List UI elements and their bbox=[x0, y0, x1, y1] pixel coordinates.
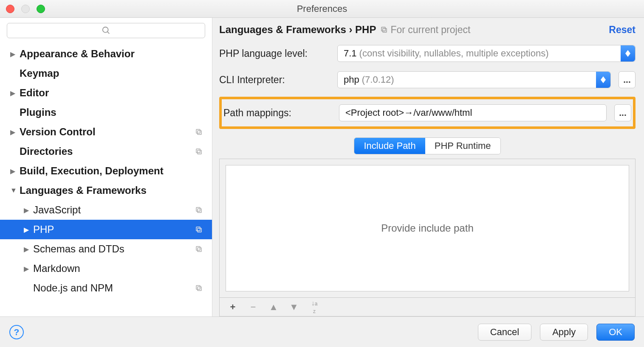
tree-item-languages-frameworks[interactable]: ▼Languages & Frameworks bbox=[0, 181, 212, 200]
cli-interpreter-label: CLI Interpreter: bbox=[219, 74, 330, 86]
move-up-button[interactable]: ▲ bbox=[269, 302, 278, 313]
sort-button[interactable]: ↓az bbox=[310, 299, 319, 315]
tree-item-plugins[interactable]: ▶Plugins bbox=[0, 103, 212, 122]
tree-item-javascript[interactable]: ▶JavaScript bbox=[0, 200, 212, 220]
disclosure-triangle-icon: ▶ bbox=[24, 206, 33, 214]
tree-item-schemas-and-dtds[interactable]: ▶Schemas and DTDs bbox=[0, 239, 212, 259]
search-input[interactable] bbox=[7, 23, 205, 38]
svg-rect-13 bbox=[198, 287, 201, 291]
tree-item-node-js-and-npm[interactable]: ▶Node.js and NPM bbox=[0, 278, 212, 298]
tree-item-label: Keymap bbox=[20, 67, 212, 79]
dialog-footer: ? Cancel Apply OK bbox=[0, 316, 644, 347]
include-path-panel: Provide include path + − ▲ ▼ ↓az bbox=[219, 159, 636, 316]
move-down-button[interactable]: ▼ bbox=[289, 302, 299, 313]
php-level-value: 7.1 bbox=[344, 48, 357, 59]
svg-marker-18 bbox=[601, 76, 606, 80]
svg-point-0 bbox=[102, 27, 108, 33]
add-button[interactable]: + bbox=[228, 302, 237, 313]
remove-button[interactable]: − bbox=[249, 302, 258, 313]
scope-text: For current project bbox=[390, 24, 470, 36]
include-path-placeholder: Provide include path bbox=[226, 165, 629, 291]
project-scope-icon bbox=[380, 26, 388, 34]
tree-item-version-control[interactable]: ▶Version Control bbox=[0, 122, 212, 142]
svg-rect-6 bbox=[196, 207, 200, 211]
svg-rect-7 bbox=[198, 209, 201, 213]
path-mappings-row-highlight: Path mappings: <Project root>→/var/www/h… bbox=[219, 97, 636, 129]
tab-php-runtime[interactable]: PHP Runtime bbox=[425, 138, 500, 154]
svg-rect-15 bbox=[383, 28, 387, 32]
tree-item-label: Version Control bbox=[20, 126, 212, 138]
project-scope-icon bbox=[194, 205, 203, 215]
tree-item-keymap[interactable]: ▶Keymap bbox=[0, 64, 212, 83]
tab-group: Include Path PHP Runtime bbox=[354, 137, 500, 154]
tree-item-editor[interactable]: ▶Editor bbox=[0, 83, 212, 103]
svg-rect-12 bbox=[196, 285, 200, 289]
php-level-hint: (const visibility, nullables, multiple e… bbox=[359, 48, 549, 59]
tree-item-appearance-behavior[interactable]: ▶Appearance & Behavior bbox=[0, 44, 212, 64]
reset-link[interactable]: Reset bbox=[609, 24, 636, 36]
path-mappings-label: Path mappings: bbox=[223, 107, 331, 119]
breadcrumb: Languages & Frameworks › PHP bbox=[219, 24, 376, 36]
list-toolbar: + − ▲ ▼ ↓az bbox=[220, 297, 635, 316]
tree-item-label: Build, Execution, Deployment bbox=[20, 165, 212, 177]
select-stepper-icon bbox=[596, 72, 610, 88]
svg-rect-3 bbox=[198, 131, 201, 134]
tree-item-label: Directories bbox=[20, 146, 212, 157]
path-mappings-value: <Project root>→/var/www/html bbox=[345, 107, 472, 118]
cancel-button[interactable]: Cancel bbox=[478, 324, 531, 341]
project-scope-icon bbox=[194, 283, 203, 293]
main-panel: Languages & Frameworks › PHP For current… bbox=[212, 18, 644, 316]
cli-interpreter-hint: (7.0.12) bbox=[362, 74, 394, 85]
svg-rect-10 bbox=[196, 246, 200, 250]
svg-rect-11 bbox=[198, 248, 201, 252]
svg-marker-17 bbox=[625, 53, 630, 57]
sidebar: ▶Appearance & Behavior▶Keymap▶Editor▶Plu… bbox=[0, 18, 212, 316]
svg-rect-4 bbox=[196, 149, 200, 153]
cli-interpreter-select[interactable]: php (7.0.12) bbox=[337, 71, 611, 88]
tree-item-php[interactable]: ▶PHP bbox=[0, 220, 212, 239]
tree-item-label: JavaScript bbox=[33, 204, 212, 216]
apply-button[interactable]: Apply bbox=[540, 324, 588, 341]
disclosure-triangle-icon: ▶ bbox=[10, 50, 20, 58]
disclosure-triangle-icon: ▼ bbox=[10, 187, 20, 194]
disclosure-triangle-icon: ▶ bbox=[10, 128, 20, 136]
project-scope-icon bbox=[194, 127, 203, 137]
disclosure-triangle-icon: ▶ bbox=[24, 226, 33, 234]
ok-button[interactable]: OK bbox=[596, 324, 635, 341]
tree-item-markdown[interactable]: ▶Markdown bbox=[0, 259, 212, 278]
project-scope-icon bbox=[194, 225, 203, 234]
disclosure-triangle-icon: ▶ bbox=[10, 167, 20, 175]
svg-marker-16 bbox=[625, 50, 630, 53]
tree-item-label: Appearance & Behavior bbox=[20, 48, 212, 60]
close-window-button[interactable] bbox=[6, 5, 14, 13]
help-button[interactable]: ? bbox=[9, 325, 24, 339]
svg-rect-9 bbox=[198, 228, 201, 232]
disclosure-triangle-icon: ▶ bbox=[10, 89, 20, 97]
tree-item-label: Languages & Frameworks bbox=[20, 185, 212, 196]
tab-include-path[interactable]: Include Path bbox=[354, 138, 425, 154]
titlebar: Preferences bbox=[0, 0, 644, 18]
project-scope-icon bbox=[194, 147, 203, 156]
window-controls bbox=[6, 5, 45, 13]
settings-tree: ▶Appearance & Behavior▶Keymap▶Editor▶Plu… bbox=[0, 42, 212, 316]
path-mappings-input[interactable]: <Project root>→/var/www/html bbox=[339, 104, 607, 121]
disclosure-triangle-icon: ▶ bbox=[24, 245, 33, 253]
window-title: Preferences bbox=[297, 3, 347, 14]
zoom-window-button[interactable] bbox=[37, 5, 45, 13]
tree-item-label: Plugins bbox=[20, 106, 212, 118]
php-level-select[interactable]: 7.1 (const visibility, nullables, multip… bbox=[337, 45, 636, 62]
tree-item-label: Editor bbox=[20, 87, 212, 99]
svg-marker-19 bbox=[601, 80, 606, 83]
search-icon bbox=[102, 26, 111, 35]
tree-item-label: Node.js and NPM bbox=[33, 282, 212, 294]
minimize-window-button[interactable] bbox=[21, 5, 30, 13]
project-scope-icon bbox=[194, 244, 203, 254]
path-mappings-browse-button[interactable]: ... bbox=[614, 104, 631, 121]
select-stepper-icon bbox=[621, 45, 635, 62]
scope-label: For current project bbox=[380, 24, 470, 36]
tree-item-directories[interactable]: ▶Directories bbox=[0, 142, 212, 161]
tree-item-build-execution-deployment[interactable]: ▶Build, Execution, Deployment bbox=[0, 161, 212, 181]
tree-item-label: Markdown bbox=[33, 263, 212, 274]
svg-rect-14 bbox=[381, 27, 385, 31]
cli-interpreter-browse-button[interactable]: ... bbox=[619, 71, 636, 88]
